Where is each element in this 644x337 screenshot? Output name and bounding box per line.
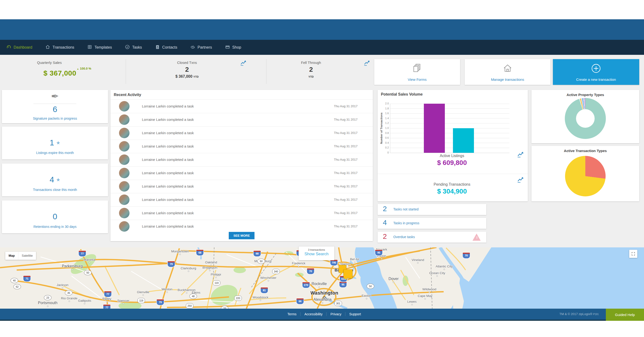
fullscreen-button[interactable] [629,250,637,258]
map-city-label: Marietta [84,258,96,263]
footer-links: TermsAccessibilityPrivacySupport [284,309,365,320]
gridline [390,133,510,133]
map-city-label: Oakland [205,261,217,266]
gridline [390,148,510,148]
nav-item-tasks[interactable]: Tasks [125,44,142,50]
activity-row[interactable]: Lorraine Larkin completed a taskThu Aug … [110,126,373,140]
bar-active-listings [424,104,445,153]
footer-link-privacy[interactable]: Privacy [326,312,345,316]
activity-text: Lorraine Larkin completed a task [142,193,194,206]
property-types-donut-chart [565,98,606,139]
task-label: Tasks in progress [393,221,419,225]
create-transaction-card[interactable]: Create a new transaction [553,59,639,85]
summary-card-0[interactable]: ✒6Signature packets in progress [2,90,108,123]
activity-row[interactable]: Lorraine Larkin completed a taskThu Aug … [110,166,373,180]
closed-txns-label: Closed Txns [163,60,211,65]
closed-txns-value: 2 [163,66,211,73]
map-city-label: Rio Grande [61,297,77,302]
active-transaction-types-card: Active Transaction Types [532,146,639,201]
y-tick-label: 1.0 [381,127,389,129]
quarterly-sales-label: Quarterly Sales [35,60,64,65]
interstate-shield-71: 71 [23,276,30,282]
activity-row[interactable]: Lorraine Larkin completed a taskThu Aug … [110,113,373,127]
activity-row[interactable]: Lorraine Larkin completed a taskThu Aug … [110,100,373,113]
active-listings-chart-icon[interactable] [517,151,524,159]
activity-row[interactable]: Lorraine Larkin completed a taskThu Aug … [110,220,373,233]
activity-row[interactable]: Lorraine Larkin completed a taskThu Aug … [110,180,373,193]
activity-row[interactable]: Lorraine Larkin completed a taskThu Aug … [110,140,373,153]
nav-item-contacts[interactable]: Contacts [155,44,177,50]
task-count: 2 [383,205,387,213]
nav-item-partners[interactable]: Partners [190,44,212,50]
warning-exclaim: ! [476,236,478,240]
activity-text: Lorraine Larkin completed a task [142,113,194,126]
gridline [390,138,510,138]
task-card-2[interactable]: 2Overdue tasks! [378,232,486,243]
activity-date: Thu Aug 31 2017 [334,126,358,140]
divider [34,104,76,104]
pending-transactions-chart-icon[interactable] [517,176,524,184]
transaction-marker[interactable] [344,269,352,278]
activity-avatar [119,128,130,138]
y-tick-label: 1.6 [381,112,389,115]
manage-transactions-card[interactable]: Manage transactions [465,59,550,85]
map-city-label: Bel Air [350,257,359,263]
show-search-link[interactable]: Show Search [299,252,334,257]
summary-label: Listings expire this month [2,151,108,155]
task-count: 2 [383,232,387,241]
activity-avatar [119,114,130,125]
summary-card-3[interactable]: 0Retentions ending in 30 days [2,200,108,233]
us-route-shield-220: 220 [234,296,242,301]
summary-card-2[interactable]: 4★Transactions close this month [2,163,108,196]
activity-row[interactable]: Lorraine Larkin completed a taskThu Aug … [110,193,373,207]
map-city-label: Atlantic City [436,265,452,270]
us-route-shield-62: 62 [13,284,21,289]
map-view-button[interactable]: Map [5,252,18,260]
y-tick-label: 2.0 [381,102,389,105]
nav-item-templates[interactable]: Templates [87,44,112,50]
recent-activity-title: Recent Activity [114,93,141,97]
task-card-1[interactable]: 4Tasks in progress [378,218,486,229]
activity-text: Lorraine Larkin completed a task [142,140,194,153]
closed-txns-chart-icon[interactable] [240,60,247,67]
activity-avatar [119,194,130,205]
see-more-button[interactable]: SEE MORE [229,232,254,239]
footer-link-accessibility[interactable]: Accessibility [300,312,326,316]
interstate-shield-795: 795 [330,260,338,266]
delta-up-icon: ▲ [77,68,79,70]
map-city-label: Portsmouth [38,301,58,307]
interstate-shield-70: 70 [463,253,470,258]
city-dot [72,269,73,270]
task-card-0[interactable]: 2Tasks not started [378,204,486,215]
nav-item-label: Partners [198,45,212,49]
interstate-shield-70: 70 [307,268,314,274]
nav-item-transactions[interactable]: Transactions [45,44,74,50]
gridline [390,108,510,109]
y-tick-label: 0.2 [381,146,389,149]
summary-count: 1★ [2,138,108,147]
fell-through-label: Fell Through [287,60,335,65]
footer-link-support[interactable]: Support [345,312,365,316]
nav-item-shop[interactable]: Shop [225,44,241,50]
copyright: TM & © 2017 zipLogix® P191 [559,309,599,320]
map-city-label: Dover [388,277,399,283]
city-dot [411,304,413,305]
fell-through-chart-icon[interactable] [364,60,370,67]
activity-row[interactable]: Lorraine Larkin completed a taskThu Aug … [110,153,373,167]
nav-item-dashboard[interactable]: Dashboard [6,44,32,50]
us-route-shield-50: 50 [84,270,92,275]
city-dot [260,300,261,301]
view-forms-card[interactable]: View Forms [374,59,460,85]
documents-icon [374,63,460,73]
task-count: 4 [383,219,387,227]
recent-activity-list: Lorraine Larkin completed a taskThu Aug … [110,99,373,233]
satellite-view-button[interactable]: Satellite [18,252,36,260]
activity-text: Lorraine Larkin completed a task [142,100,194,113]
activity-row[interactable]: Lorraine Larkin completed a taskThu Aug … [110,206,373,220]
activity-text: Lorraine Larkin completed a task [142,180,194,193]
guided-help-button[interactable]: Guided Help [606,309,644,321]
footer: TermsAccessibilityPrivacySupport TM & © … [0,309,644,321]
footer-link-terms[interactable]: Terms [284,312,300,316]
activity-date: Thu Aug 31 2017 [334,193,358,206]
summary-card-1[interactable]: 1★Listings expire this month [2,127,108,159]
